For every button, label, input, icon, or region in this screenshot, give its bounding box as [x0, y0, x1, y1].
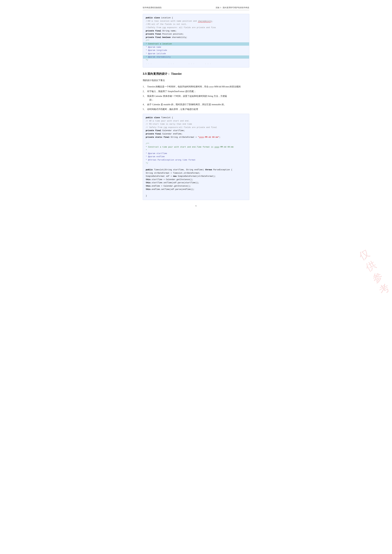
code-line: * @param startTime [146, 152, 246, 155]
code-line: * @param name [146, 46, 246, 49]
list-content: 我采用 Calendar 类来存储一个时间，设置了起始和结束时间的 String… [147, 94, 249, 102]
code-block-location: public class Location { //AF:a real loca… [143, 14, 249, 68]
code-line-highlighted: * Construct a location [143, 42, 249, 46]
code-line: * @throws ParseException wrong time form… [146, 159, 246, 162]
code-line: */ [146, 59, 246, 62]
code-line: this.startTime = Calendar.getInstance(); [146, 178, 246, 181]
list-item: 3、 我采用 Calendar 类来存储一个时间，设置了起始和结束时间的 Str… [143, 94, 249, 102]
code-line: * Construct a time pair with start and e… [146, 145, 246, 149]
page-number: 6 [196, 205, 196, 207]
list-num: 4、 [143, 103, 147, 106]
code-line: this.endTime = Calendar.getInstance(); [146, 185, 246, 188]
code-line: public Timeslot(String startTime, String… [146, 168, 246, 172]
design-list: 1、 Timeslot 的概念是一个时间对，包括开始时间和结束时间，符合 yyy… [143, 85, 249, 111]
list-num: 1、 [143, 85, 147, 89]
code-line: // RI:start time is early than end time [146, 123, 246, 126]
code-line: private static final String strDateForma… [146, 136, 246, 139]
list-num: 2、 [143, 90, 147, 93]
code-line: this.endTime.setTime(sdf.parse(endTime))… [146, 188, 246, 191]
code-line: } [146, 194, 246, 198]
list-num: 5、 [143, 107, 147, 111]
code-line: private final boolean shareability; [146, 36, 246, 39]
code-line: public class Timeslot { [146, 116, 246, 119]
code-line: * @param latitude [146, 52, 246, 55]
code-line: * [146, 149, 246, 152]
list-content: 由于 Calendar 是 mutable 的，我对其进行了防御性拷贝，所以它是… [147, 103, 249, 106]
code-line: /** [146, 142, 246, 145]
section-number: 3.5 [143, 72, 147, 75]
list-content: Timeslot 的概念是一个时间对，包括开始时间和结束时间，符合 yyyy-M… [147, 85, 249, 89]
list-num: 3、 [143, 94, 147, 102]
page-header: 软件构造课程实验报告 实验 3：面向复用和可维护性的软件构造 [143, 6, 249, 10]
code-line: //Safety from rep exposure: all fields a… [146, 26, 246, 29]
code-line: public class Location { [146, 16, 246, 20]
code-line: private final String name; [146, 29, 246, 33]
code-line: this.startTime.setTime(sdf.parse(startTi… [146, 181, 246, 185]
code-line: String strDateFormat = Timeslot.strDateF… [146, 172, 246, 175]
section-title-en: Timeslot [171, 72, 182, 75]
code-line: * @param endTime [146, 155, 246, 159]
list-item: 4、 由于 Calendar 是 mutable 的，我对其进行了防御性拷贝，所… [143, 103, 249, 106]
code-line: // AF:a time pair with start and end. [146, 119, 246, 123]
code-line: private final Calendar startTime; [146, 129, 246, 132]
code-line: private final Position position; [146, 33, 246, 36]
page-footer: 6 [143, 205, 249, 207]
list-item: 2、 对于输入，我使用了 SimpleDateFormat 进行匹配； [143, 90, 249, 93]
list-item: 5、 在时间格式不匹配时，抛出异常，让客户端进行处理 [143, 107, 249, 111]
list-content: 在时间格式不匹配时，抛出异常，让客户端进行处理 [147, 107, 249, 111]
code-line: . . . . . . . . . . . . [146, 62, 246, 65]
list-content: 对于输入，我使用了 SimpleDateFormat 进行匹配； [147, 90, 249, 93]
code-line: /** [146, 39, 246, 42]
section-intro: 我的设计包括以下要点 [143, 78, 249, 82]
code-line: //RI:all of the fields is not null. [146, 23, 246, 26]
header-right: 实验 3：面向复用和可维护性的软件构造 [216, 6, 249, 9]
header-left: 软件构造课程实验报告 [143, 6, 162, 9]
code-line: // Safety from rep exposure:all fields a… [146, 126, 246, 129]
code-line: SimpleDateFormat sdf = new SimpleDateFor… [146, 175, 246, 178]
code-line: */ [146, 162, 246, 165]
code-line: private final Calendar endTime; [146, 132, 246, 136]
section-heading-35: 3.5 面向复用的设计： Timeslot [143, 72, 249, 76]
section-title-cn: 面向复用的设计： [147, 72, 170, 75]
list-item: 1、 Timeslot 的概念是一个时间对，包括开始时间和结束时间，符合 yyy… [143, 85, 249, 89]
code-line-shareability-highlighted: * @param shareability [143, 55, 249, 59]
code-line: * @param longitude [146, 49, 246, 52]
code-line: //AF:a real location with name position … [146, 20, 246, 23]
code-block-timeslot: public class Timeslot { // AF:a time pai… [143, 114, 249, 200]
